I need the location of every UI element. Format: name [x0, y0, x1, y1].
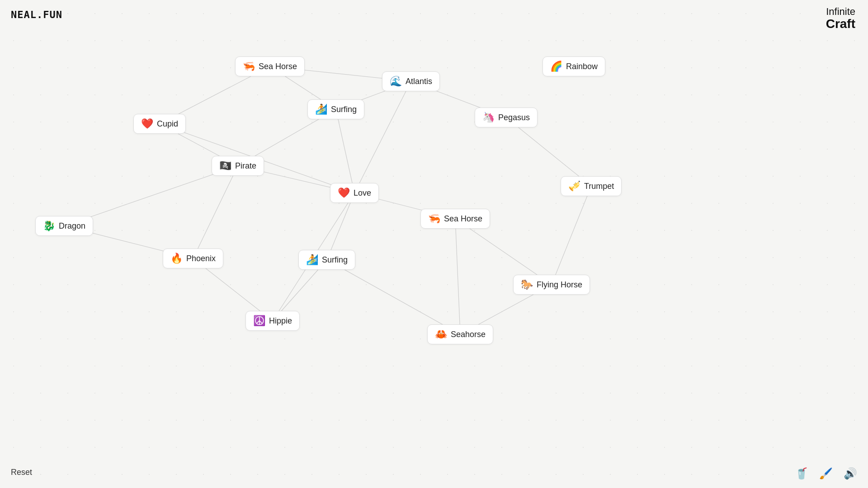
- emoji-phoenix: 🔥: [170, 253, 183, 263]
- craft-item-hippie[interactable]: ☮️Hippie: [245, 311, 300, 331]
- emoji-atlantis: 🌊: [390, 76, 402, 86]
- label-flying-horse: Flying Horse: [537, 280, 582, 290]
- emoji-cupid: ❤️: [141, 119, 153, 129]
- connection-sea-horse-2-seahorse: [455, 219, 460, 334]
- label-rainbow: Rainbow: [566, 62, 598, 71]
- app-title: Infinite Craft: [826, 6, 855, 31]
- craft-item-atlantis[interactable]: 🌊Atlantis: [382, 71, 440, 91]
- footer-icons: 🥤 🖌️ 🔊: [795, 467, 857, 480]
- craft-item-rainbow[interactable]: 🌈Rainbow: [542, 56, 605, 76]
- label-pirate: Pirate: [235, 161, 256, 171]
- emoji-sea-horse-2: 🦐: [428, 214, 440, 224]
- emoji-love: ❤️: [338, 188, 350, 198]
- craft-item-phoenix[interactable]: 🔥Phoenix: [163, 249, 223, 268]
- label-atlantis: Atlantis: [406, 77, 432, 86]
- logo: NEAL.FUN: [11, 9, 62, 20]
- emoji-trumpet: 🎺: [568, 181, 580, 191]
- label-phoenix: Phoenix: [186, 254, 216, 263]
- connection-trumpet-flying-horse: [552, 186, 591, 285]
- title-line2: Craft: [826, 17, 855, 31]
- craft-item-pirate[interactable]: 🏴‍☠️Pirate: [212, 156, 264, 176]
- emoji-pirate: 🏴‍☠️: [219, 161, 231, 171]
- reset-button[interactable]: Reset: [11, 468, 32, 477]
- label-seahorse: Seahorse: [451, 330, 486, 339]
- label-hippie: Hippie: [269, 316, 292, 326]
- emoji-surfing-2: 🏄: [306, 255, 318, 265]
- connection-atlantis-love: [354, 81, 411, 193]
- emoji-seahorse: 🦀: [435, 329, 447, 339]
- label-surfing-1: Surfing: [331, 105, 357, 114]
- connection-surfing-2-seahorse: [327, 260, 460, 334]
- label-sea-horse-2: Sea Horse: [444, 214, 482, 224]
- brush-icon[interactable]: 🖌️: [819, 467, 833, 480]
- title-line1: Infinite: [826, 6, 855, 17]
- craft-item-pegasus[interactable]: 🦄Pegasus: [475, 108, 538, 127]
- label-trumpet: Trumpet: [584, 182, 614, 191]
- connection-pirate-phoenix: [193, 166, 238, 258]
- connection-surfing-1-love: [336, 109, 354, 193]
- craft-item-surfing-1[interactable]: 🏄Surfing: [307, 99, 364, 119]
- emoji-dragon: 🐉: [43, 221, 55, 231]
- emoji-sea-horse-1: 🦐: [243, 61, 255, 71]
- label-cupid: Cupid: [157, 119, 178, 129]
- craft-item-flying-horse[interactable]: 🐎Flying Horse: [513, 275, 590, 295]
- craft-item-dragon[interactable]: 🐉Dragon: [35, 216, 93, 236]
- craft-item-trumpet[interactable]: 🎺Trumpet: [561, 176, 622, 196]
- emoji-flying-horse: 🐎: [521, 280, 533, 290]
- label-sea-horse-1: Sea Horse: [259, 62, 297, 71]
- craft-item-cupid[interactable]: ❤️Cupid: [133, 114, 186, 134]
- craft-item-sea-horse-2[interactable]: 🦐Sea Horse: [420, 209, 490, 229]
- label-dragon: Dragon: [59, 221, 85, 231]
- emoji-hippie: ☮️: [253, 316, 265, 326]
- label-surfing-2: Surfing: [322, 255, 348, 265]
- coffee-icon[interactable]: 🥤: [795, 467, 808, 480]
- emoji-surfing-1: 🏄: [315, 104, 327, 114]
- craft-item-seahorse[interactable]: 🦀Seahorse: [427, 324, 493, 344]
- craft-item-love[interactable]: ❤️Love: [330, 183, 379, 203]
- craft-item-sea-horse-1[interactable]: 🦐Sea Horse: [235, 56, 305, 76]
- craft-item-surfing-2[interactable]: 🏄Surfing: [298, 250, 355, 270]
- label-pegasus: Pegasus: [498, 113, 530, 122]
- emoji-pegasus: 🦄: [482, 113, 495, 122]
- label-love: Love: [354, 188, 371, 198]
- sound-icon[interactable]: 🔊: [844, 467, 857, 480]
- emoji-rainbow: 🌈: [550, 61, 562, 71]
